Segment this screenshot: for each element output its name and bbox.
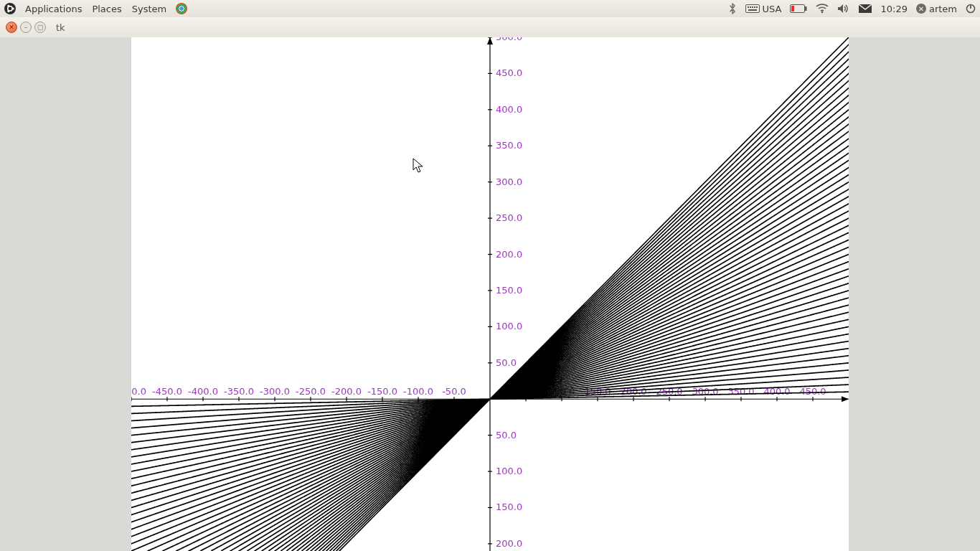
svg-text:250.0: 250.0 xyxy=(496,212,522,223)
svg-point-4 xyxy=(7,10,9,12)
svg-rect-9 xyxy=(754,6,755,8)
power-icon[interactable] xyxy=(966,4,976,14)
svg-text:350.0: 350.0 xyxy=(496,140,522,151)
chrome-icon[interactable] xyxy=(171,3,187,14)
user-status-icon: ✕ xyxy=(916,4,926,14)
svg-rect-8 xyxy=(752,6,753,8)
svg-point-3 xyxy=(7,5,9,7)
svg-text:200.0: 200.0 xyxy=(496,249,522,260)
svg-point-15 xyxy=(821,11,824,14)
svg-rect-6 xyxy=(748,6,749,8)
svg-text:50.0: 50.0 xyxy=(496,430,517,441)
mail-icon[interactable] xyxy=(859,4,872,13)
wifi-icon[interactable] xyxy=(816,4,829,14)
bluetooth-icon[interactable] xyxy=(728,3,737,14)
clock[interactable]: 10:29 xyxy=(880,4,907,14)
svg-text:-350.0: -350.0 xyxy=(224,386,254,397)
ubuntu-logo-icon[interactable] xyxy=(4,3,16,14)
svg-rect-5 xyxy=(745,5,759,13)
svg-text:-400.0: -400.0 xyxy=(188,386,218,397)
window-close-button[interactable]: ✕ xyxy=(6,22,17,33)
svg-rect-14 xyxy=(791,6,794,11)
svg-text:50.0: 50.0 xyxy=(496,357,517,368)
svg-text:-150.0: -150.0 xyxy=(367,386,397,397)
svg-text:-450.0: -450.0 xyxy=(152,386,182,397)
svg-rect-11 xyxy=(748,9,757,11)
window-title: tk xyxy=(56,22,65,33)
svg-text:450.0: 450.0 xyxy=(496,67,522,78)
window-minimize-button[interactable]: – xyxy=(20,22,32,33)
volume-icon[interactable] xyxy=(837,4,850,14)
svg-text:400.0: 400.0 xyxy=(496,104,522,115)
top-panel: Applications Places System USA 10:29 ✕ a… xyxy=(0,0,980,18)
svg-text:500.0: 500.0 xyxy=(496,37,522,42)
svg-text:350.0: 350.0 xyxy=(727,386,754,397)
svg-text:100.0: 100.0 xyxy=(496,466,522,476)
plot-canvas[interactable]: -500.0-450.0-400.0-350.0-300.0-250.0-200… xyxy=(131,37,849,551)
svg-text:-300.0: -300.0 xyxy=(260,386,290,397)
menu-system[interactable]: System xyxy=(127,4,171,14)
svg-text:-500.0: -500.0 xyxy=(131,386,146,397)
svg-point-2 xyxy=(12,7,14,9)
svg-rect-10 xyxy=(756,6,758,8)
svg-text:150.0: 150.0 xyxy=(496,285,522,296)
svg-text:-200.0: -200.0 xyxy=(331,386,362,397)
menu-places[interactable]: Places xyxy=(87,4,126,14)
svg-rect-13 xyxy=(805,6,807,11)
window-maximize-button[interactable]: ▢ xyxy=(34,22,46,33)
svg-text:-250.0: -250.0 xyxy=(296,386,326,397)
menu-applications[interactable]: Applications xyxy=(20,4,87,14)
svg-rect-7 xyxy=(750,6,751,8)
user-name-label: artem xyxy=(929,4,957,14)
svg-text:300.0: 300.0 xyxy=(496,176,522,187)
keyboard-layout-indicator[interactable]: USA xyxy=(745,4,782,14)
window-titlebar[interactable]: ✕ – ▢ tk xyxy=(0,17,980,38)
svg-text:100.0: 100.0 xyxy=(496,321,522,331)
workspace: -500.0-450.0-400.0-350.0-300.0-250.0-200… xyxy=(0,37,980,551)
svg-text:150.0: 150.0 xyxy=(496,501,522,512)
keyboard-layout-label: USA xyxy=(763,4,782,14)
svg-text:-100.0: -100.0 xyxy=(403,386,433,397)
battery-icon[interactable] xyxy=(790,4,807,13)
svg-text:450.0: 450.0 xyxy=(799,386,826,397)
user-menu[interactable]: ✕ artem xyxy=(916,4,957,14)
svg-text:-50.0: -50.0 xyxy=(442,386,466,397)
svg-text:200.0: 200.0 xyxy=(496,538,522,549)
